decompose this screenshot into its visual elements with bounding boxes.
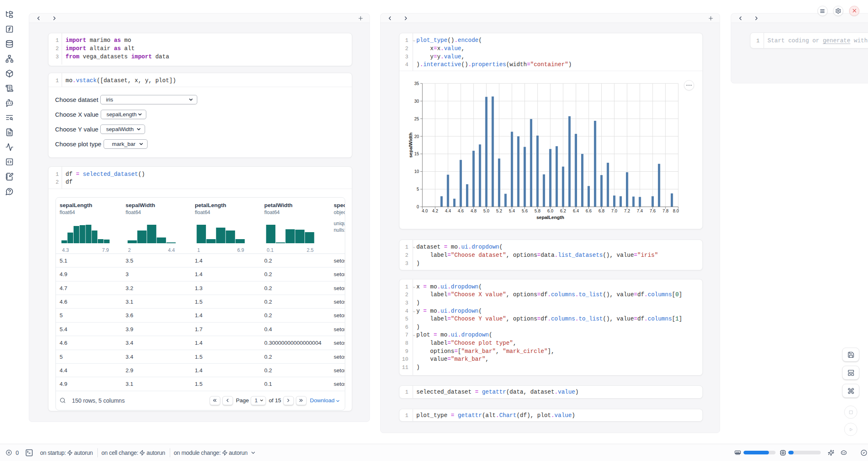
- svg-text:15: 15: [414, 151, 419, 156]
- svg-text:30: 30: [414, 99, 419, 104]
- svg-text:7.0: 7.0: [611, 208, 617, 213]
- svg-text:4.2: 4.2: [432, 208, 438, 213]
- svg-text:sepalWidth: sepalWidth: [408, 133, 413, 158]
- svg-text:5.0: 5.0: [483, 208, 489, 213]
- svg-text:6.8: 6.8: [598, 208, 605, 213]
- svg-text:6.2: 6.2: [560, 208, 566, 213]
- svg-text:7.2: 7.2: [624, 208, 630, 213]
- svg-text:0: 0: [417, 204, 419, 209]
- svg-text:4.6: 4.6: [458, 208, 464, 213]
- svg-text:8.0: 8.0: [673, 208, 679, 213]
- svg-text:25: 25: [414, 116, 419, 121]
- svg-text:sepalLength: sepalLength: [536, 215, 564, 220]
- svg-text:5: 5: [417, 187, 419, 191]
- svg-text:7.6: 7.6: [650, 208, 656, 213]
- svg-text:4.8: 4.8: [471, 208, 477, 213]
- svg-text:5.4: 5.4: [509, 208, 515, 213]
- svg-text:20: 20: [414, 134, 419, 139]
- svg-text:6.0: 6.0: [547, 208, 554, 213]
- svg-text:35: 35: [414, 81, 419, 86]
- svg-text:7.8: 7.8: [663, 208, 669, 213]
- svg-text:6.6: 6.6: [586, 208, 592, 213]
- svg-text:5.8: 5.8: [535, 208, 541, 213]
- svg-text:5.6: 5.6: [522, 208, 528, 213]
- svg-text:4.4: 4.4: [445, 208, 451, 213]
- svg-text:7.4: 7.4: [637, 208, 643, 213]
- svg-text:4.0: 4.0: [422, 208, 428, 213]
- svg-text:10: 10: [414, 169, 419, 174]
- svg-text:6.4: 6.4: [573, 208, 579, 213]
- svg-text:5.2: 5.2: [496, 208, 502, 213]
